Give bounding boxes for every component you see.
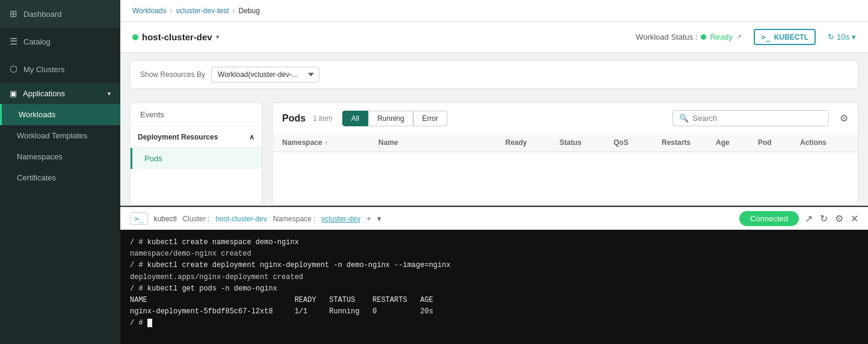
sidebar-sub-label: Namespaces (17, 152, 63, 161)
panels-row: Events Deployment Resources ∧ Pods Pods … (130, 102, 858, 206)
breadcrumb-workloads[interactable]: Workloads (132, 7, 166, 15)
sidebar-item-dashboard[interactable]: ⊞ Dashboard (0, 0, 120, 28)
pods-item[interactable]: Pods (131, 148, 262, 169)
sort-icon: ↑ (325, 140, 328, 146)
terminal-line-3: / # kubectl create deployment nginx-depl… (130, 260, 858, 271)
main-content: Workloads › vcluster-dev-test › Debug ho… (120, 0, 868, 344)
terminal-output[interactable]: / # kubectl create namespace demo-nginx … (120, 230, 868, 344)
sidebar-item-label: Dashboard (23, 10, 62, 19)
search-icon: 🔍 (679, 114, 689, 123)
col-restarts: Restarts (662, 138, 716, 147)
add-namespace-icon[interactable]: + (366, 214, 371, 223)
breadcrumb: Workloads › vcluster-dev-test › Debug (120, 0, 868, 22)
cluster-selector[interactable]: host-cluster-dev ▾ (132, 32, 220, 42)
filter-error-button[interactable]: Error (413, 111, 448, 126)
cluster-name: host-cluster-dev (142, 32, 212, 42)
terminal-bar: >_ kubectl Cluster : host-cluster-dev Na… (120, 207, 868, 230)
workload-status: Workload Status : Ready ↗ (636, 32, 742, 41)
applications-icon: ▣ (10, 89, 17, 98)
terminal-icon-group: ↗ ↻ ⚙ ✕ (805, 213, 858, 224)
breadcrumb-current: Debug (239, 7, 260, 15)
collapse-icon: ∧ (249, 133, 254, 141)
kubectl-text: kubectl (154, 215, 177, 223)
sidebar-item-my-clusters[interactable]: ⬡ My Clusters (0, 55, 120, 83)
refresh-selector[interactable]: ↻ 10s ▾ (828, 32, 856, 41)
dashboard-icon: ⊞ (10, 8, 17, 19)
sidebar-item-applications[interactable]: ▣ Applications ▾ (0, 83, 120, 104)
deployment-resources-header[interactable]: Deployment Resources ∧ (131, 127, 262, 148)
filter-running-button[interactable]: Running (368, 111, 413, 126)
filter-bar: Show Resources By Workload(vcluster-dev-… (130, 60, 858, 89)
col-age: Age (716, 138, 758, 147)
header-bar: host-cluster-dev ▾ Workload Status : Rea… (120, 22, 868, 53)
kubectl-terminal-label: >_ (130, 212, 148, 225)
events-item[interactable]: Events (131, 103, 262, 127)
kubectl-label: KUBECTL (774, 33, 808, 41)
sidebar-item-workloads[interactable]: Workloads (0, 104, 120, 125)
col-namespace: Namespace ↑ (282, 138, 378, 147)
col-ready: Ready (505, 138, 559, 147)
col-qos: QoS (614, 138, 662, 147)
terminal-cluster-value[interactable]: host-cluster-dev (215, 215, 266, 223)
namespace-label: Namespace : (273, 215, 316, 223)
sidebar-item-namespaces[interactable]: Namespaces (0, 146, 120, 167)
workload-status-label: Workload Status : (636, 32, 697, 41)
content-top: Workloads › vcluster-dev-test › Debug ho… (120, 0, 868, 206)
pods-header: Pods 1 item All Running Error 🔍 (272, 102, 858, 134)
kubectl-button[interactable]: >_ KUBECTL (754, 29, 816, 45)
sidebar-item-catalog[interactable]: ☰ Catalog (0, 28, 120, 55)
left-panel: Events Deployment Resources ∧ Pods (130, 102, 262, 206)
pods-count: 1 item (313, 114, 333, 123)
sidebar-item-label: Catalog (23, 37, 51, 46)
filter-select[interactable]: Workload(vcluster-dev-... (211, 67, 319, 82)
refresh-chevron-icon: ▾ (852, 32, 856, 41)
pods-title: Pods (282, 113, 306, 124)
col-actions: Actions (800, 138, 848, 147)
filter-all-button[interactable]: All (342, 111, 368, 126)
sidebar-sub-label: Workload Templates (17, 131, 87, 140)
cluster-chevron-icon: ▾ (216, 33, 220, 41)
cursor (147, 319, 152, 327)
breadcrumb-sep-1: › (170, 7, 172, 15)
terminal-line-5: / # kubectl get pods -n demo-nginx (130, 283, 858, 295)
table-header: Namespace ↑ Name Ready Sta (272, 134, 858, 152)
status-text: Ready (710, 32, 733, 41)
col-status: Status (559, 138, 614, 147)
namespace-chevron-icon[interactable]: ▾ (377, 214, 381, 223)
sidebar-item-label: My Clusters (23, 65, 65, 74)
clusters-icon: ⬡ (10, 64, 17, 75)
sidebar-sub-label: Workloads (19, 110, 55, 119)
external-link-terminal-icon[interactable]: ↗ (805, 213, 813, 224)
sidebar-item-workload-templates[interactable]: Workload Templates (0, 125, 120, 146)
catalog-icon: ☰ (10, 36, 17, 47)
col-name: Name (378, 138, 505, 147)
refresh-terminal-icon[interactable]: ↻ (820, 213, 828, 224)
pods-search-box: 🔍 (673, 110, 829, 126)
refresh-interval: 10s (837, 32, 849, 41)
kubectl-terminal-icon: >_ (761, 32, 771, 41)
cluster-status-dot (132, 34, 138, 40)
connected-button[interactable]: Connected (739, 211, 799, 226)
deployment-resources-label: Deployment Resources (138, 133, 218, 141)
terminal-section: >_ kubectl Cluster : host-cluster-dev Na… (120, 206, 868, 344)
settings-terminal-icon[interactable]: ⚙ (835, 213, 843, 224)
close-terminal-icon[interactable]: ✕ (851, 213, 858, 224)
terminal-line-2: namespace/demo-nginx created (130, 248, 858, 260)
pods-search-input[interactable] (692, 114, 822, 123)
terminal-namespace-value[interactable]: vcluster-dev (321, 215, 360, 223)
terminal-prompt: / # (130, 318, 858, 329)
refresh-icon: ↻ (828, 32, 834, 41)
sidebar: ⊞ Dashboard ☰ Catalog ⬡ My Clusters ▣ Ap… (0, 0, 120, 344)
filter-label: Show Resources By (140, 70, 205, 79)
settings-gear-icon[interactable]: ⚙ (840, 112, 848, 124)
breadcrumb-cluster[interactable]: vcluster-dev-test (176, 7, 229, 15)
right-panel: Pods 1 item All Running Error 🔍 (272, 102, 858, 206)
sidebar-item-label: Applications (23, 89, 65, 98)
pods-filter-buttons: All Running Error (342, 111, 448, 126)
external-link-icon[interactable]: ↗ (736, 33, 742, 41)
pods-table: Namespace ↑ Name Ready Sta (272, 134, 858, 206)
cluster-label: Cluster : (183, 215, 210, 223)
breadcrumb-sep-2: › (233, 7, 235, 15)
terminal-table-row: nginx-deployment-5fbdf85c67-l2xt8 1/1 Ru… (130, 306, 858, 318)
sidebar-item-certificates[interactable]: Certificates (0, 167, 120, 188)
